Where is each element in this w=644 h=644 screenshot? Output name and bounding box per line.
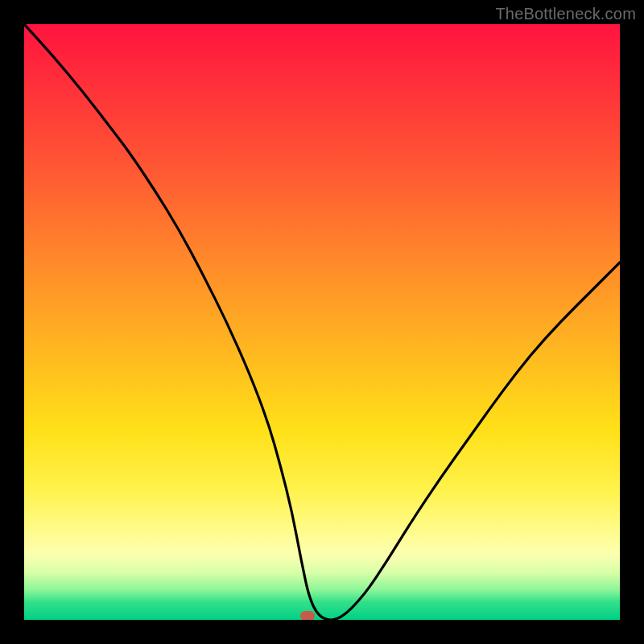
chart-frame: TheBottleneck.com bbox=[0, 0, 644, 644]
minimum-marker bbox=[300, 611, 315, 620]
bottleneck-curve bbox=[24, 24, 620, 620]
plot-area bbox=[24, 24, 620, 620]
watermark-text: TheBottleneck.com bbox=[495, 5, 636, 23]
